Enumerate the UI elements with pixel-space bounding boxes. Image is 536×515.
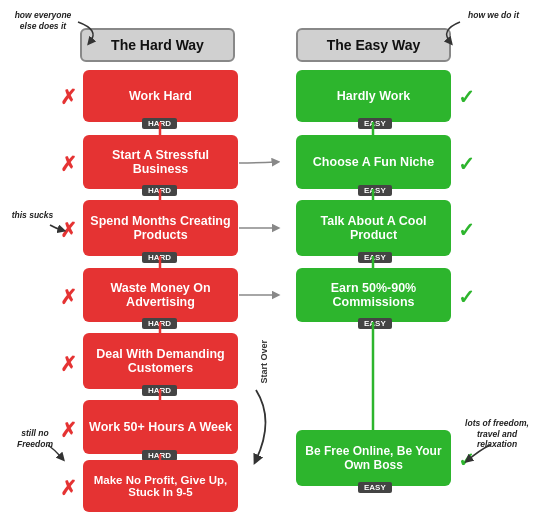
hard-box-2: Start A Stressful Business xyxy=(83,135,238,189)
x-mark-5: ✗ xyxy=(60,352,77,376)
easy-way-header: The Easy Way xyxy=(296,28,451,62)
easy-box-2: Choose A Fun Niche xyxy=(296,135,451,189)
check-mark-1: ✓ xyxy=(458,85,475,109)
hard-box-1: Work Hard xyxy=(83,70,238,122)
x-mark-3: ✗ xyxy=(60,218,77,242)
easy-badge-3: EASY xyxy=(358,252,392,263)
x-mark-7: ✗ xyxy=(60,476,77,500)
annotation-top-right: how we do it xyxy=(461,10,526,21)
connecting-lines xyxy=(0,0,536,515)
check-mark-4: ✓ xyxy=(458,285,475,309)
annotation-bottom-right: lots of freedom, travel and relaxation xyxy=(463,418,531,450)
hard-box-5: Deal With Demanding Customers xyxy=(83,333,238,389)
easy-box-1: Hardly Work xyxy=(296,70,451,122)
x-mark-4: ✗ xyxy=(60,285,77,309)
easy-badge-1: EASY xyxy=(358,118,392,129)
check-mark-3: ✓ xyxy=(458,218,475,242)
hard-box-3: Spend Months Creating Products xyxy=(83,200,238,256)
hard-badge-4: HARD xyxy=(142,318,177,329)
hard-box-6: Work 50+ Hours A Week xyxy=(83,400,238,454)
easy-box-5: Be Free Online, Be Your Own Boss xyxy=(296,430,451,486)
hard-box-7: Make No Profit, Give Up, Stuck In 9-5 xyxy=(83,460,238,512)
annotation-top-left: how everyone else does it xyxy=(8,10,78,31)
annotation-mid-left: this sucks xyxy=(5,210,60,221)
hard-badge-5: HARD xyxy=(142,385,177,396)
easy-badge-2: EASY xyxy=(358,185,392,196)
hard-badge-3: HARD xyxy=(142,252,177,263)
check-mark-5: ✓ xyxy=(458,448,475,472)
x-mark-1: ✗ xyxy=(60,85,77,109)
hard-box-4: Waste Money On Advertising xyxy=(83,268,238,322)
hard-badge-1: HARD xyxy=(142,118,177,129)
annotation-bottom-left: still no Freedom xyxy=(5,428,65,449)
easy-badge-4: EASY xyxy=(358,318,392,329)
easy-box-3: Talk About A Cool Product xyxy=(296,200,451,256)
easy-box-4: Earn 50%-90% Commissions xyxy=(296,268,451,322)
x-mark-2: ✗ xyxy=(60,152,77,176)
hard-badge-2: HARD xyxy=(142,185,177,196)
start-over-label: Start Over xyxy=(259,340,269,384)
check-mark-2: ✓ xyxy=(458,152,475,176)
hard-way-header: The Hard Way xyxy=(80,28,235,62)
main-container: how everyone else does it how we do it T… xyxy=(0,0,536,515)
easy-badge-5: EASY xyxy=(358,482,392,493)
